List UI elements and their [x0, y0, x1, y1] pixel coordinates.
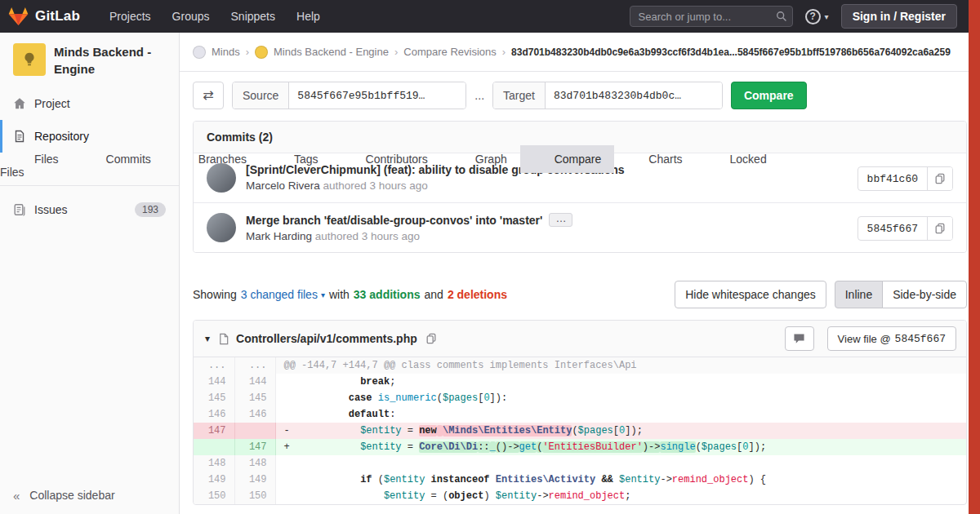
compare-button[interactable]: Compare [731, 82, 807, 109]
collapse-icon: « [13, 490, 20, 502]
diff-new-line-number[interactable]: 144 [234, 374, 275, 390]
diff-old-line-number: ... [194, 357, 234, 374]
navbar-menu-projects[interactable]: Projects [101, 6, 159, 27]
diff-old-line-number[interactable]: 146 [194, 406, 234, 423]
diff-code-cell [275, 455, 966, 472]
diff-code-cell: - $entity = new \Minds\Entities\Entity($… [275, 423, 966, 439]
sign-in-button[interactable]: Sign in / Register [841, 4, 957, 29]
diff-code-cell: if ($entity instanceof Entities\Activity… [275, 472, 966, 488]
diff-line-add: 147+ $entity = Core\Di\Di::_()->get('Ent… [194, 439, 966, 455]
hide-whitespace-button[interactable]: Hide whitespace changes [675, 281, 826, 308]
sidebar-item-tags[interactable]: Tags [260, 145, 332, 173]
view-file-button[interactable]: View file @ 5845f667 [827, 326, 956, 351]
diff-code-cell: default: [275, 406, 966, 423]
gitlab-logo[interactable]: GitLab [8, 7, 80, 26]
main-content: Minds›Minds Backend - Engine›Compare Rev… [180, 33, 980, 514]
compare-separator: ... [474, 89, 484, 102]
help-menu[interactable]: ? ▾ [805, 9, 829, 24]
navbar-menu: ProjectsGroupsSnippetsHelp [101, 6, 328, 27]
side-by-side-view-button[interactable]: Side-by-side [882, 281, 967, 308]
commit-author-avatar [207, 213, 236, 242]
sidebar-item-label: Project [34, 97, 70, 110]
diff-new-line-number: ... [234, 357, 275, 374]
diff-line-ctx: 150150 $entity = (object) $entity->remin… [194, 488, 966, 504]
stats-with: with [329, 288, 350, 301]
diff-old-line-number[interactable]: 150 [194, 488, 234, 504]
sidebar-item-repository[interactable]: Repository [0, 120, 179, 153]
breadcrumb-link-minds-backend-engine[interactable]: Minds Backend - Engine [274, 46, 389, 58]
diff-stats: Showing 3 changed files ▾ with 33 additi… [193, 288, 507, 301]
navbar-menu-snippets[interactable]: Snippets [223, 6, 283, 27]
scrollbar-strip[interactable] [969, 0, 980, 514]
diff-old-line-number[interactable] [194, 439, 234, 455]
collapse-diff-icon[interactable]: ▾ [203, 333, 212, 344]
navbar-menu-help[interactable]: Help [288, 6, 328, 27]
navbar-menu-groups[interactable]: Groups [164, 6, 218, 27]
diff-old-line-number[interactable]: 148 [194, 455, 234, 472]
diff-stats-row: Showing 3 changed files ▾ with 33 additi… [193, 281, 967, 308]
sidebar-nav: Project Repository FilesCommitsBranchesT… [0, 87, 179, 227]
sidebar-item-project[interactable]: Project [0, 87, 179, 120]
diff-old-line-number[interactable]: 147 [194, 423, 234, 439]
search-box [630, 6, 793, 27]
sidebar-item-contributors[interactable]: Contributors [332, 145, 441, 173]
diff-code-cell: @@ -144,7 +144,7 @@ class comments imple… [275, 357, 966, 374]
diff-line-ctx: 144144 break; [194, 374, 966, 390]
commit-sha-link[interactable]: bbf41c60 [858, 167, 927, 190]
breadcrumb-link-compare-revisions[interactable]: Compare Revisions [403, 46, 496, 58]
collapse-sidebar-button[interactable]: « Collapse sidebar [0, 476, 178, 514]
search-input[interactable] [630, 6, 793, 27]
caret-down-icon: ▾ [825, 12, 829, 21]
target-input[interactable] [546, 82, 722, 109]
target-input-group: Target [492, 82, 723, 109]
diff-new-line-number[interactable]: 150 [234, 488, 275, 504]
diff-new-line-number[interactable]: 149 [234, 472, 275, 488]
diff-code-cell: case is_numeric($pages[0]): [275, 390, 966, 406]
diff-line-del: 147- $entity = new \Minds\Entities\Entit… [194, 423, 966, 439]
diff-new-line-number[interactable]: 146 [234, 406, 275, 423]
commit-sha-link[interactable]: 5845f667 [858, 217, 927, 240]
diff-new-line-number[interactable]: 147 [234, 439, 275, 455]
expand-commit-message-button[interactable]: … [549, 213, 572, 227]
toggle-comments-button[interactable] [785, 326, 814, 351]
copy-sha-button[interactable] [927, 217, 952, 240]
project-avatar [13, 43, 46, 76]
view-file-label: View file @ [838, 333, 891, 345]
copy-sha-button[interactable] [927, 167, 952, 190]
copy-file-path-button[interactable] [424, 331, 439, 346]
commit-meta: authored 3 hours ago [320, 179, 428, 192]
commit-author-link[interactable]: Marcelo Rivera [246, 179, 320, 192]
page: GitLab ProjectsGroupsSnippetsHelp ? ▾ Si… [0, 0, 980, 514]
file-icon [218, 333, 229, 345]
breadcrumb-separator: › [394, 46, 398, 58]
source-input[interactable] [289, 82, 466, 109]
search-icon [776, 11, 787, 22]
compare-form: ⇄ Source ... Target Compare [193, 82, 967, 109]
project-header[interactable]: Minds Backend - Engine [0, 33, 179, 87]
swap-revisions-button[interactable]: ⇄ [193, 82, 224, 109]
file-path[interactable]: Controllers/api/v1/comments.php [236, 332, 417, 345]
diff-file-panel: ▾ Controllers/api/v1/comments.php View f… [193, 320, 967, 505]
sidebar-item-issues[interactable]: Issues 193 [0, 193, 179, 227]
sidebar-item-label: Repository [34, 130, 89, 143]
diff-code-cell: $entity = (object) $entity->remind_objec… [275, 488, 966, 504]
diff-new-line-number[interactable]: 148 [234, 455, 275, 472]
commit-author-link[interactable]: Mark Harding [246, 230, 312, 242]
diff-old-line-number[interactable]: 145 [194, 390, 234, 406]
stats-showing: Showing [193, 288, 237, 301]
navbar: GitLab ProjectsGroupsSnippetsHelp ? ▾ Si… [0, 0, 980, 33]
diff-old-line-number[interactable]: 149 [194, 472, 234, 488]
sidebar-item-charts[interactable]: Charts [614, 145, 695, 173]
sidebar-item-graph[interactable]: Graph [441, 145, 520, 173]
inline-view-button[interactable]: Inline [835, 281, 883, 308]
diff-old-line-number[interactable]: 144 [194, 374, 234, 390]
diff-new-line-number[interactable] [234, 423, 275, 439]
changed-files-dropdown[interactable]: 3 changed files ▾ [241, 288, 325, 301]
breadcrumb-avatar [255, 46, 268, 59]
sidebar-item-compare[interactable]: Compare [520, 145, 615, 173]
commit-title-link[interactable]: Merge branch 'feat/disable-group-convos'… [246, 214, 542, 227]
diff-new-line-number[interactable]: 145 [234, 390, 275, 406]
commit-meta: authored 3 hours ago [312, 230, 420, 242]
breadcrumb-link-minds[interactable]: Minds [212, 46, 240, 58]
target-label: Target [493, 82, 546, 109]
